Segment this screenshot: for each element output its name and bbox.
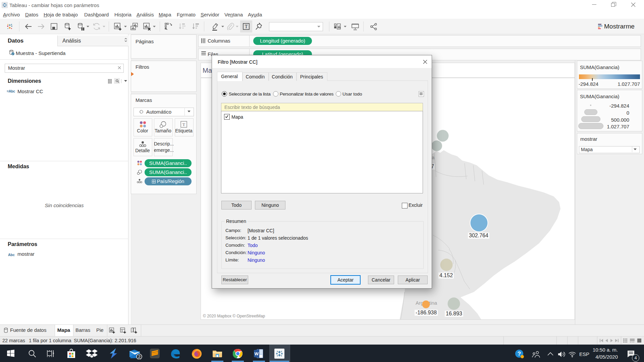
svg-text:T: T: [245, 24, 248, 29]
svg-text:T: T: [182, 122, 185, 127]
svg-text:?: ?: [518, 351, 521, 357]
svg-text:2: 2: [138, 354, 140, 359]
svg-text:W: W: [255, 351, 259, 356]
